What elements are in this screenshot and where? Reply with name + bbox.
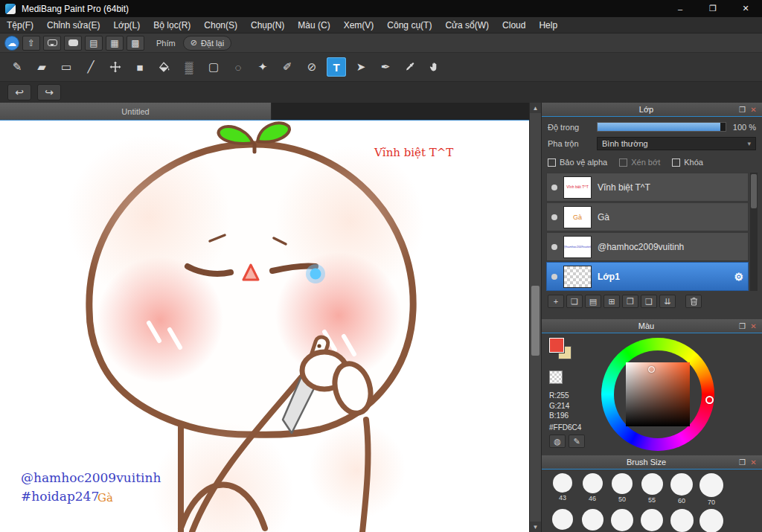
share-button[interactable]: ⇧ [22,36,40,51]
brush-size-43[interactable]: 43 [548,473,577,506]
menu-mau[interactable]: Màu (C) [291,17,336,33]
panel-close-icon[interactable]: ✕ [748,458,759,467]
convert-layer-button[interactable]: ▤ [585,295,601,308]
grid-button[interactable]: ▦ [106,36,124,51]
opacity-slider-handle[interactable] [720,123,722,131]
layer-row-vinh-biet[interactable]: Vĩnh biệt T^T Vĩnh biệt T^T [546,173,749,202]
undo-button[interactable]: ↩ [7,84,31,100]
brush-preset[interactable] [577,509,607,532]
brush-preset[interactable] [667,509,697,532]
menu-xem[interactable]: Xem(V) [337,17,381,33]
tool-gradient[interactable]: ▒ [179,57,199,77]
tool-select-rect[interactable]: ▢ [204,57,223,77]
menu-lop[interactable]: Lớp(L) [106,17,147,33]
menu-cua-so[interactable]: Cửa sổ(W) [438,17,496,33]
menu-cloud[interactable]: Cloud [496,17,532,33]
brush-preset[interactable] [697,509,726,532]
copy-layer-button[interactable]: ❑ [641,295,657,308]
layer-row-lop1[interactable]: Lớp1 ⚙ [546,262,749,291]
menu-help[interactable]: Help [532,17,564,33]
document-tab[interactable]: Untitled [0,103,272,120]
tool-hand[interactable] [425,57,444,77]
layer-row-ga[interactable]: Gà Gà [546,202,749,231]
tool-operation[interactable]: ➤ [351,57,371,77]
tool-bucket[interactable] [155,57,174,77]
add-layer-button[interactable]: + [548,295,564,308]
drawing-canvas[interactable]: Vĩnh biệt T^T @hamhoc2009vuitinh #hoidap… [0,121,529,532]
menu-chup[interactable]: Chụp(N) [244,17,291,33]
tool-pen[interactable]: ✒ [376,57,395,77]
tool-magic-wand[interactable]: ✦ [253,57,272,77]
layer-visibility-icon[interactable] [551,214,557,220]
scroll-up-arrow[interactable]: ▲ [530,103,541,113]
panel-close-icon[interactable]: ✕ [748,106,759,114]
tool-fill-rect[interactable]: ■ [130,57,150,77]
hue-selector[interactable] [705,396,714,404]
layer-list-scrollbar[interactable] [750,173,758,291]
panel-close-icon[interactable]: ✕ [748,322,759,330]
select-eraser-icon: ⊘ [307,60,317,74]
material-button[interactable]: ▩ [127,36,144,51]
restore-button[interactable]: ❐ [697,0,729,17]
menu-chon[interactable]: Chọn(S) [197,17,244,33]
brush-preset[interactable] [637,509,667,532]
delete-layer-button[interactable] [685,295,702,308]
popout-icon[interactable]: ❐ [737,458,748,467]
tool-line[interactable]: ╱ [81,57,100,77]
popout-icon[interactable]: ❐ [737,106,748,114]
transparent-color-swatch[interactable] [549,371,563,384]
brush-preset[interactable] [548,509,577,532]
minimize-button[interactable]: – [664,0,697,17]
layer-visibility-icon[interactable] [551,244,557,250]
palette-button[interactable]: ◍ [549,435,566,448]
opacity-slider[interactable] [597,122,726,132]
brush-size-70[interactable]: 70 [697,473,726,506]
tool-text[interactable]: T [327,57,346,77]
sv-selector[interactable] [648,366,655,373]
saturation-value-square[interactable] [626,362,690,426]
popout-icon[interactable]: ❐ [737,322,748,330]
tool-eyedropper[interactable] [400,57,420,77]
add-layer-menu-button[interactable]: ⊞ [603,295,620,308]
color-edit-button[interactable]: ✎ [569,435,585,448]
clipping-checkbox[interactable]: Xén bớt [619,158,660,167]
canvas-vertical-scrollbar[interactable]: ▲ ▼ [529,103,541,532]
comment-button[interactable] [43,36,61,51]
brush-size-60[interactable]: 60 [667,473,697,506]
menu-bo-loc[interactable]: Bộ lọc(R) [147,17,197,33]
scroll-down-arrow[interactable]: ▼ [530,522,541,532]
tool-brush[interactable]: ✎ [7,57,27,77]
layer-settings-gear-icon[interactable]: ⚙ [734,271,743,283]
protect-alpha-checkbox[interactable]: Bảo vệ alpha [548,158,607,167]
menu-tep[interactable]: Tệp(F) [0,17,40,33]
tool-move[interactable] [106,57,125,77]
redo-button[interactable]: ↪ [37,84,61,100]
blend-mode-dropdown[interactable]: Bình thường ▾ [597,137,756,150]
brush-size-46[interactable]: 46 [577,473,607,506]
brush-size-50[interactable]: 50 [607,473,637,506]
brush-preset[interactable] [607,509,637,532]
foreground-color-swatch[interactable] [549,338,564,353]
layer-visibility-icon[interactable] [551,185,557,190]
tool-select-pen[interactable]: ✐ [278,57,297,77]
menu-cong-cu[interactable]: Công cụ(T) [380,17,438,33]
duplicate-layer-button[interactable]: ❏ [566,295,583,308]
menu-chinh-sua[interactable]: Chỉnh sửa(E) [40,17,106,33]
document-button[interactable]: ▤ [85,36,103,51]
brush-size-55[interactable]: 55 [637,473,667,506]
layer-visibility-icon[interactable] [551,274,557,280]
lock-checkbox[interactable]: Khóa [672,158,703,167]
merge-down-button[interactable]: ⇊ [659,295,676,308]
close-button[interactable]: ✕ [729,0,762,17]
scrollbar-thumb[interactable] [531,286,540,356]
folder-button[interactable]: ❒ [622,295,638,308]
reset-button[interactable]: ⊘ Đặt lại [183,36,231,51]
cloud-button[interactable]: ☁ [4,36,19,51]
color-wheel[interactable] [601,338,714,451]
tool-select-eraser[interactable]: ⊘ [302,57,321,77]
layer-row-hamhoc[interactable]: @hamhoc2009vuitinh @hamhoc2009vuitinh [546,232,749,261]
tool-shape-brush[interactable]: ▭ [57,57,76,77]
chat-button[interactable] [64,36,82,51]
tool-lasso[interactable]: ◌ [228,57,248,77]
tool-eraser[interactable]: ▰ [32,57,51,77]
